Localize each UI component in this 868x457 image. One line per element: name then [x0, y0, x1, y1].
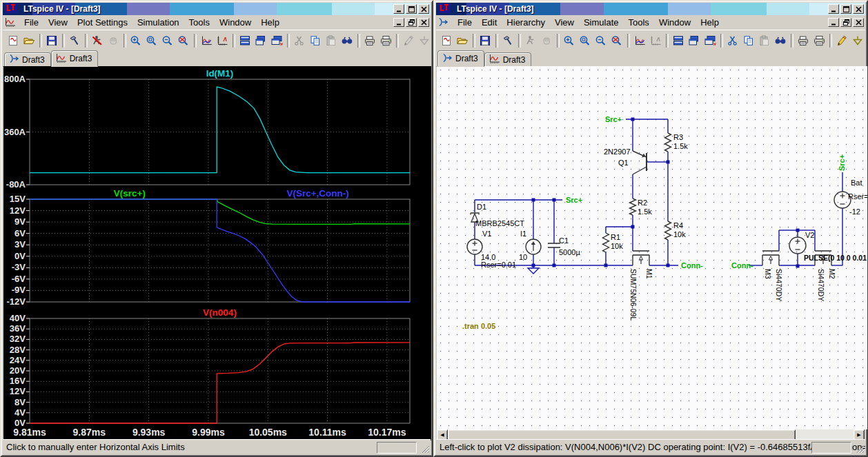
- component-label[interactable]: C1: [559, 236, 569, 245]
- component-label[interactable]: PULSE(0 10 0 0.01 10n: [804, 254, 867, 262]
- component-label[interactable]: R4: [673, 221, 683, 230]
- child-close-button[interactable]: [853, 18, 864, 27]
- paste-button[interactable]: [757, 32, 773, 49]
- tile-horizontal-button[interactable]: [671, 32, 687, 49]
- resize-grip[interactable]: [420, 444, 430, 454]
- child-minimize-button[interactable]: [828, 18, 839, 27]
- plot-settings-button[interactable]: [648, 32, 664, 49]
- component-label[interactable]: R2: [638, 199, 647, 207]
- menu-file[interactable]: File: [453, 16, 477, 29]
- component-label[interactable]: M2: [828, 269, 836, 279]
- autorange-button[interactable]: [199, 32, 215, 49]
- trace-label[interactable]: V(src+): [114, 188, 146, 199]
- menu-tools[interactable]: Tools: [624, 16, 654, 29]
- net-label-conn-minus[interactable]: Conn-: [681, 261, 703, 270]
- component-label[interactable]: -12: [849, 207, 860, 216]
- pencil-button[interactable]: [401, 32, 417, 49]
- component-label[interactable]: M1: [645, 269, 653, 279]
- cut-button[interactable]: [725, 32, 741, 49]
- zoom-out-button[interactable]: [160, 32, 176, 49]
- menu-simulate[interactable]: Simulate: [579, 16, 624, 29]
- component-label[interactable]: 2N2907: [604, 148, 631, 156]
- spice-directive[interactable]: .tran 0.05: [462, 322, 495, 330]
- open-file-button[interactable]: [21, 32, 37, 49]
- maximize-button[interactable]: [840, 4, 851, 14]
- zoom-in-button[interactable]: [128, 32, 144, 49]
- print-button[interactable]: [811, 32, 827, 49]
- menu-simulation[interactable]: Simulation: [132, 16, 184, 29]
- child-restore-button[interactable]: [406, 18, 417, 27]
- child-restore-button[interactable]: [840, 18, 851, 27]
- schematic-canvas[interactable]: R110kR21.5kR31.5kR410kD1MBRB2545CTV114.0…: [437, 66, 867, 429]
- minimize-button[interactable]: [828, 4, 839, 14]
- component-label[interactable]: Rser=: [848, 192, 867, 201]
- component-label[interactable]: D1: [477, 203, 486, 211]
- component-label[interactable]: R1: [611, 233, 620, 241]
- cascade-button[interactable]: [702, 32, 718, 49]
- open-file-button[interactable]: [455, 32, 471, 49]
- trace-label[interactable]: Id(M1): [206, 68, 234, 79]
- tab-draft3-waveform[interactable]: Draft3: [51, 50, 99, 67]
- pencil-button[interactable]: [834, 32, 850, 49]
- menu-help[interactable]: Help: [256, 16, 284, 29]
- menu-help[interactable]: Help: [696, 16, 724, 29]
- halt-button[interactable]: [90, 32, 106, 49]
- resize-grip[interactable]: [855, 444, 865, 454]
- component-label[interactable]: 5000µ: [559, 248, 580, 256]
- child-minimize-button[interactable]: [393, 18, 404, 27]
- component-label[interactable]: Bat: [851, 179, 862, 187]
- menu-view[interactable]: View: [43, 16, 72, 29]
- run-button[interactable]: [523, 32, 539, 49]
- menu-tools[interactable]: Tools: [184, 16, 215, 29]
- menu-hierarchy[interactable]: Hierarchy: [502, 16, 550, 29]
- component-label[interactable]: I1: [520, 230, 526, 238]
- zoom-extents-button[interactable]: [176, 32, 192, 49]
- tile-vertical-button[interactable]: [253, 32, 269, 49]
- tab-draft3-schematic[interactable]: Draft3: [4, 52, 51, 66]
- copy-button[interactable]: [741, 32, 757, 49]
- net-label-src-plus[interactable]: Src+: [566, 196, 582, 204]
- component-label[interactable]: V2: [805, 231, 814, 239]
- tab-draft3-waveform[interactable]: Draft3: [484, 52, 532, 66]
- zoom-box-button[interactable]: [144, 32, 160, 49]
- menu-edit[interactable]: Edit: [477, 16, 502, 29]
- save-button[interactable]: [44, 32, 60, 49]
- control-panel-button[interactable]: [67, 32, 83, 49]
- new-schematic-button[interactable]: [6, 32, 21, 49]
- zoom-out-button[interactable]: [593, 32, 609, 49]
- print-preview-button[interactable]: [796, 32, 811, 49]
- zoom-box-button[interactable]: [578, 32, 593, 49]
- component-label[interactable]: 1.5k: [638, 207, 652, 216]
- control-panel-button[interactable]: [500, 32, 516, 49]
- component-label[interactable]: Q1: [618, 159, 629, 167]
- net-label-src-plus[interactable]: Src+: [838, 154, 846, 171]
- component-label[interactable]: MBRB2545CT: [475, 219, 524, 227]
- component-label[interactable]: Si4470DY: [817, 269, 825, 301]
- find-button[interactable]: [339, 32, 355, 49]
- waveform-doc-icon[interactable]: [4, 17, 18, 28]
- component-label[interactable]: R3: [673, 133, 683, 141]
- component-label[interactable]: 10k: [673, 230, 686, 238]
- print-button[interactable]: [378, 32, 394, 49]
- close-button[interactable]: [853, 4, 864, 14]
- child-close-button[interactable]: [418, 18, 429, 27]
- copy-button[interactable]: [308, 32, 324, 49]
- minimize-button[interactable]: [393, 4, 404, 14]
- component-label[interactable]: SUM75N06-09L: [629, 269, 638, 321]
- net-label-conn-minus[interactable]: Conn-: [731, 261, 753, 270]
- maximize-button[interactable]: [406, 4, 417, 14]
- tab-draft3-schematic[interactable]: Draft3: [437, 50, 484, 67]
- close-button[interactable]: [418, 4, 429, 14]
- menu-window[interactable]: Window: [654, 16, 696, 29]
- titlebar[interactable]: LTspice IV - [Draft3]: [436, 3, 865, 15]
- menu-file[interactable]: File: [19, 16, 43, 29]
- ground-button[interactable]: [417, 32, 431, 49]
- component-label[interactable]: 10k: [611, 242, 623, 250]
- titlebar[interactable]: LTspice IV - [Draft3]: [3, 3, 431, 15]
- pan-button[interactable]: [106, 32, 121, 49]
- schematic-doc-icon[interactable]: [437, 17, 451, 28]
- waveform-plot-canvas[interactable]: 800A360A-80AId(M1)15V12V9V6V3V0V-3V-6V-9…: [3, 66, 431, 440]
- save-button[interactable]: [477, 32, 493, 49]
- paste-button[interactable]: [324, 32, 339, 49]
- component-label[interactable]: 10: [519, 253, 527, 261]
